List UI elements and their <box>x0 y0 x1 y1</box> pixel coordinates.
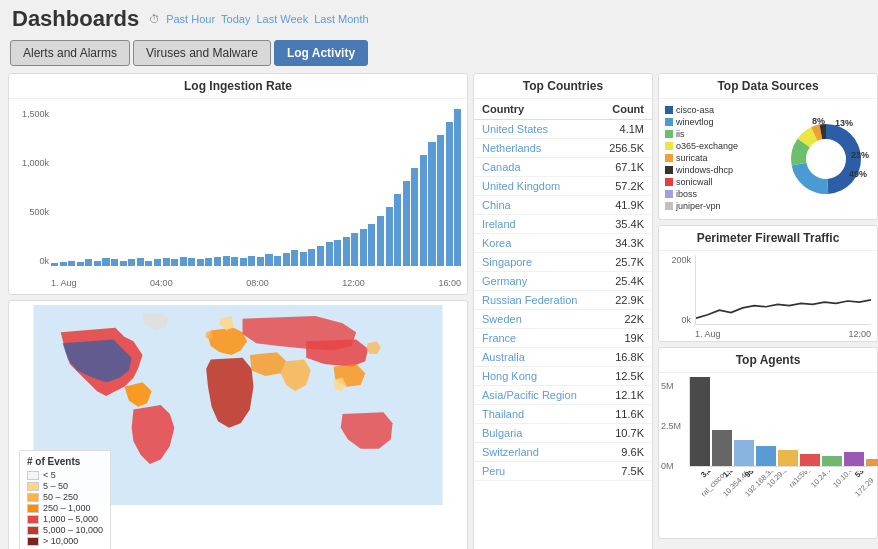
firewall-panel: Perimeter Firewall Traffic 200k 0k 1. Au… <box>658 225 878 342</box>
log-ingestion-title: Log Ingestion Rate <box>9 74 467 99</box>
page-title: Dashboards <box>12 6 139 32</box>
log-bar <box>386 207 393 266</box>
country-link[interactable]: Peru <box>482 465 505 477</box>
pct-13: 13% <box>835 118 853 128</box>
country-link[interactable]: France <box>482 332 516 344</box>
map-content: # of Events < 55 – 5050 – 250250 – 1,000… <box>9 301 467 549</box>
table-row: Korea34.3K <box>474 234 652 253</box>
legend-item: < 5 <box>27 470 103 480</box>
table-row: Ireland35.4K <box>474 215 652 234</box>
log-ingestion-panel: Log Ingestion Rate 1,500k 1,000k 500k 0k… <box>8 73 468 295</box>
tab-viruses[interactable]: Viruses and Malware <box>133 40 271 66</box>
country-link[interactable]: Hong Kong <box>482 370 537 382</box>
tab-log-activity[interactable]: Log Activity <box>274 40 368 66</box>
log-bar <box>257 257 264 266</box>
country-link[interactable]: Russian Federation <box>482 294 577 306</box>
tabs-bar: Alerts and Alarms Viruses and Malware Lo… <box>0 38 878 68</box>
log-bar <box>360 229 367 266</box>
country-link[interactable]: Ireland <box>482 218 516 230</box>
log-bar <box>128 259 135 266</box>
legend-entry: iboss <box>665 189 775 199</box>
country-link[interactable]: Switzerland <box>482 446 539 458</box>
country-link[interactable]: Sweden <box>482 313 522 325</box>
log-bar <box>180 257 187 266</box>
pct-23: 23% <box>851 150 869 160</box>
table-row: Switzerland9.6K <box>474 443 652 462</box>
time-icon: ⏱ <box>149 13 160 25</box>
log-bar <box>394 194 401 266</box>
country-link[interactable]: Bulgaria <box>482 427 522 439</box>
countries-table: Country Count United States4.1MNetherlan… <box>474 99 652 481</box>
agent-bar <box>844 452 864 466</box>
fw-chart-inner <box>695 255 871 325</box>
datasources-panel: Top Data Sources cisco-asawinevtlogiiso3… <box>658 73 878 220</box>
agents-chart-area: 5M 2.5M 0M 3,284,560ral_cisco_asa1,337,5… <box>659 373 877 538</box>
log-bar <box>240 258 247 266</box>
log-bar <box>377 216 384 266</box>
log-bar <box>283 253 290 266</box>
bars-area <box>51 109 461 266</box>
time-last-month[interactable]: Last Month <box>314 13 368 25</box>
country-link[interactable]: Asia/Pacific Region <box>482 389 577 401</box>
legend-item: 250 – 1,000 <box>27 503 103 513</box>
log-bar <box>291 250 298 266</box>
col-count: Count <box>596 99 652 120</box>
legend-item: 5 – 50 <box>27 481 103 491</box>
agent-label: 3,284,560ral_cisco_asa <box>689 471 709 526</box>
country-link[interactable]: China <box>482 199 511 211</box>
right-column: Top Data Sources cisco-asawinevtlogiiso3… <box>658 73 878 549</box>
table-row: Bulgaria10.7K <box>474 424 652 443</box>
agent-bar <box>712 430 732 466</box>
country-link[interactable]: Korea <box>482 237 511 249</box>
country-link[interactable]: United States <box>482 123 548 135</box>
country-link[interactable]: Netherlands <box>482 142 541 154</box>
table-row: China41.9K <box>474 196 652 215</box>
country-link[interactable]: Canada <box>482 161 521 173</box>
tab-alerts[interactable]: Alerts and Alarms <box>10 40 130 66</box>
country-link[interactable]: United Kingdom <box>482 180 560 192</box>
y-axis: 1,500k 1,000k 500k 0k <box>11 109 49 266</box>
countries-title: Top Countries <box>474 74 652 99</box>
log-bar <box>231 257 238 266</box>
legend-entry: o365-exchange <box>665 141 775 151</box>
log-bar <box>111 259 118 266</box>
fw-y-axis: 200k 0k <box>661 255 691 325</box>
table-row: Peru7.5K <box>474 462 652 481</box>
time-past-hour[interactable]: Past Hour <box>166 13 215 25</box>
log-bar <box>265 254 272 266</box>
log-bar <box>51 263 58 266</box>
agents-values: 3,284,560ral_cisco_asa1,337,53010.354.46… <box>689 471 873 526</box>
country-link[interactable]: Germany <box>482 275 527 287</box>
agents-title: Top Agents <box>659 348 877 373</box>
pct-8: 8% <box>812 116 825 126</box>
log-bar <box>171 259 178 266</box>
legend-entry: windows-dhcp <box>665 165 775 175</box>
country-link[interactable]: Thailand <box>482 408 524 420</box>
log-bar <box>308 249 315 266</box>
time-today[interactable]: Today <box>221 13 250 25</box>
time-last-week[interactable]: Last Week <box>256 13 308 25</box>
log-bar <box>317 246 324 266</box>
log-bar <box>102 258 109 266</box>
legend-entry: iis <box>665 129 775 139</box>
log-bar <box>428 142 435 266</box>
table-row: Canada67.1K <box>474 158 652 177</box>
agents-panel: Top Agents 5M 2.5M 0M 3,284,560ral_cisco… <box>658 347 878 539</box>
log-chart-area: 1,500k 1,000k 500k 0k 1. Aug 04:00 08:00… <box>9 99 467 294</box>
log-bar <box>163 258 170 266</box>
table-row: Russian Federation22.9K <box>474 291 652 310</box>
log-bar <box>137 258 144 266</box>
table-row: Netherlands256.5K <box>474 139 652 158</box>
agent-bar <box>690 377 710 466</box>
country-link[interactable]: Australia <box>482 351 525 363</box>
legend-title: # of Events <box>27 456 103 467</box>
legend-list: cisco-asawinevtlogiiso365-exchangesurica… <box>665 105 775 213</box>
log-bar <box>300 252 307 266</box>
log-bar <box>68 261 75 266</box>
country-link[interactable]: Singapore <box>482 256 532 268</box>
log-bar <box>77 262 84 266</box>
donut-chart: 49% 23% 13% 8% <box>781 114 871 204</box>
log-bar <box>326 242 333 266</box>
table-row: United States4.1M <box>474 120 652 139</box>
table-row: Germany25.4K <box>474 272 652 291</box>
